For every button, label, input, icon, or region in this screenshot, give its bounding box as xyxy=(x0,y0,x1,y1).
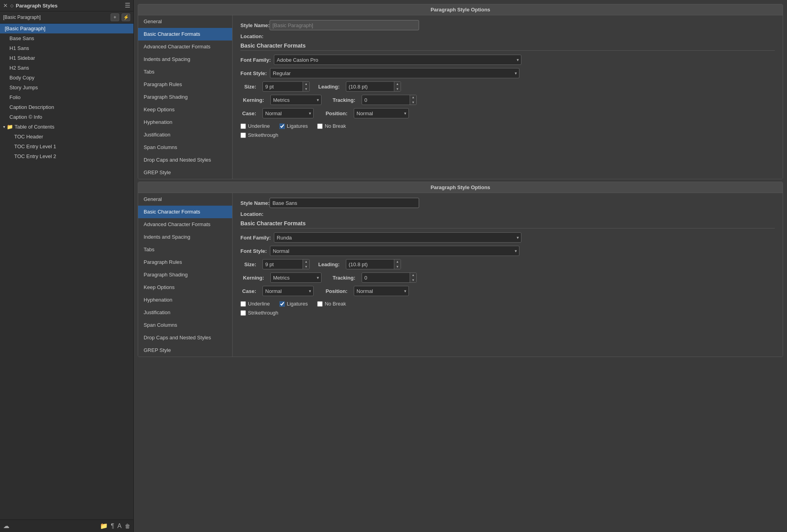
panel-menu-icon[interactable]: ☰ xyxy=(125,2,130,9)
location-label2: Location: xyxy=(240,211,264,217)
nav-drop-caps[interactable]: Drop Caps and Nested Styles xyxy=(138,154,232,166)
style-item[interactable]: Body Copy xyxy=(0,73,133,83)
dialog2-checkboxes-row2: Strikethrough xyxy=(240,310,775,316)
size-spinner2: ▲ ▼ xyxy=(262,259,310,269)
toc-group-header[interactable]: ▾ 📁 Table of Contents xyxy=(0,122,133,132)
nav2-indents[interactable]: Indents and Spacing xyxy=(138,231,232,243)
nav-general[interactable]: General xyxy=(138,15,232,28)
nav-span-columns[interactable]: Span Columns xyxy=(138,141,232,154)
font-style-select-wrapper: Regular xyxy=(270,68,519,78)
kerning-label: Kerning: xyxy=(240,97,264,103)
leading-input[interactable] xyxy=(346,83,394,91)
leading-down[interactable]: ▼ xyxy=(394,87,401,92)
ligatures-label: Ligatures xyxy=(287,123,308,129)
paragraph-button[interactable]: ¶ xyxy=(111,522,115,530)
style-item[interactable]: Base Sans xyxy=(0,33,133,43)
style-name-input2[interactable] xyxy=(270,198,419,208)
position-select2[interactable]: Normal xyxy=(354,286,409,296)
strikethrough-checkbox[interactable] xyxy=(240,133,246,138)
underline-checkbox2[interactable] xyxy=(240,301,246,307)
font-style-select2[interactable]: Normal xyxy=(270,246,519,256)
style-item[interactable]: [Basic Paragraph] xyxy=(0,24,133,33)
size-up2[interactable]: ▲ xyxy=(303,259,309,264)
size-up[interactable]: ▲ xyxy=(303,81,309,87)
delete-button[interactable]: 🗑 xyxy=(125,522,130,530)
nav-grep-style[interactable]: GREP Style xyxy=(138,166,232,179)
nav2-justification[interactable]: Justification xyxy=(138,306,232,319)
size-down[interactable]: ▼ xyxy=(303,87,309,92)
no-break-checkbox[interactable] xyxy=(317,123,323,129)
tracking-down[interactable]: ▼ xyxy=(410,100,416,105)
new-style-button[interactable]: + xyxy=(111,13,119,21)
leading-up2[interactable]: ▲ xyxy=(394,259,401,264)
no-break-checkbox2[interactable] xyxy=(317,301,323,307)
nav2-span-columns[interactable]: Span Columns xyxy=(138,319,232,331)
tracking-up2[interactable]: ▲ xyxy=(410,272,416,278)
nav-para-shading[interactable]: Paragraph Shading xyxy=(138,91,232,103)
style-item[interactable]: Story Jumps xyxy=(0,83,133,92)
style-item[interactable]: TOC Header xyxy=(0,132,133,142)
case-label: Case: xyxy=(240,110,256,116)
nav2-tabs[interactable]: Tabs xyxy=(138,243,232,256)
font-style-label2: Font Style: xyxy=(240,248,267,254)
size-input2[interactable] xyxy=(263,260,303,269)
leading-up[interactable]: ▲ xyxy=(394,81,401,87)
nav-basic-char[interactable]: Basic Character Formats xyxy=(138,28,232,40)
nav-adv-char[interactable]: Advanced Character Formats xyxy=(138,40,232,53)
nav2-drop-caps[interactable]: Drop Caps and Nested Styles xyxy=(138,331,232,344)
right-panel: Paragraph Style Options General Basic Ch… xyxy=(134,0,787,532)
lightning-button[interactable]: ⚡ xyxy=(122,13,130,21)
case-select2[interactable]: Normal xyxy=(262,286,314,296)
nav2-hyphenation[interactable]: Hyphenation xyxy=(138,294,232,306)
dialog2-style-name-row: Style Name: xyxy=(240,198,775,208)
leading-spinner: ▲ ▼ xyxy=(346,81,401,92)
font-style-label: Font Style: xyxy=(240,70,267,76)
leading-down2[interactable]: ▼ xyxy=(394,264,401,269)
tracking-up[interactable]: ▲ xyxy=(410,95,416,100)
case-select[interactable]: Normal xyxy=(262,108,314,118)
nav2-para-shading[interactable]: Paragraph Shading xyxy=(138,269,232,281)
tracking-input2[interactable] xyxy=(362,274,410,282)
style-item[interactable]: H1 Sans xyxy=(0,43,133,53)
kerning-select2[interactable]: Metrics xyxy=(270,272,321,283)
nav2-general[interactable]: General xyxy=(138,193,232,206)
underline-checkbox[interactable] xyxy=(240,123,246,129)
nav-indents[interactable]: Indents and Spacing xyxy=(138,53,232,66)
nav2-grep-style[interactable]: GREP Style xyxy=(138,344,232,357)
font-style-select[interactable]: Regular xyxy=(270,68,519,78)
style-item[interactable]: H2 Sans xyxy=(0,63,133,73)
nav-hyphenation[interactable]: Hyphenation xyxy=(138,116,232,129)
size-down2[interactable]: ▼ xyxy=(303,264,309,269)
nav-justification[interactable]: Justification xyxy=(138,129,232,141)
nav2-adv-char[interactable]: Advanced Character Formats xyxy=(138,218,232,231)
strikethrough-checkbox2[interactable] xyxy=(240,310,246,316)
style-item[interactable]: TOC Entry Level 1 xyxy=(0,142,133,151)
nav2-basic-char[interactable]: Basic Character Formats xyxy=(138,206,232,218)
dialog2-checkboxes-row1: Underline Ligatures No Break xyxy=(240,301,775,307)
tracking-down2[interactable]: ▼ xyxy=(410,278,416,283)
tracking-input[interactable] xyxy=(362,96,410,104)
font-family-select[interactable]: Adobe Caslon Pro xyxy=(274,55,521,65)
style-button[interactable]: A xyxy=(117,522,122,530)
style-item[interactable]: TOC Entry Level 2 xyxy=(0,151,133,161)
nav-tabs[interactable]: Tabs xyxy=(138,66,232,78)
nav-keep-options[interactable]: Keep Options xyxy=(138,103,232,116)
close-icon-group: ✕ xyxy=(3,2,8,9)
cloud-button[interactable]: ☁ xyxy=(3,522,9,530)
folder-button[interactable]: 📁 xyxy=(100,522,108,530)
nav-para-rules[interactable]: Paragraph Rules xyxy=(138,78,232,91)
nav2-keep-options[interactable]: Keep Options xyxy=(138,281,232,294)
style-item[interactable]: Folio xyxy=(0,92,133,102)
style-item[interactable]: H1 Sidebar xyxy=(0,53,133,63)
kerning-select[interactable]: Metrics xyxy=(270,95,321,105)
style-item[interactable]: Caption Description xyxy=(0,102,133,112)
style-name-input[interactable] xyxy=(270,20,419,30)
position-select[interactable]: Normal xyxy=(354,108,409,118)
nav2-para-rules[interactable]: Paragraph Rules xyxy=(138,256,232,269)
ligatures-checkbox2[interactable] xyxy=(279,301,285,307)
size-input[interactable] xyxy=(263,83,303,91)
ligatures-checkbox[interactable] xyxy=(279,123,285,129)
font-family-select2[interactable]: Runda xyxy=(274,232,521,243)
style-item[interactable]: Caption © Info xyxy=(0,112,133,122)
leading-input2[interactable] xyxy=(346,260,394,269)
